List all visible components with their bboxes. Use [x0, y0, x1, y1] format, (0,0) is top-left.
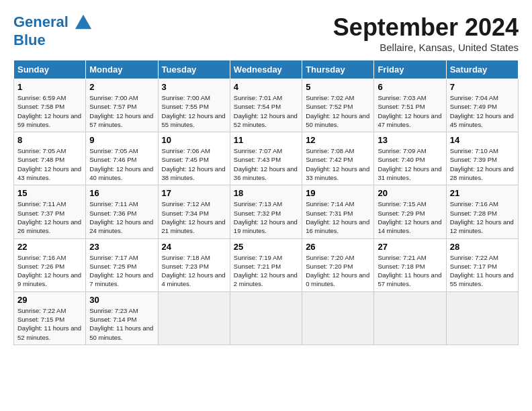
calendar-cell: [302, 291, 374, 345]
day-info: Sunrise: 7:00 AMSunset: 7:57 PMDaylight:…: [89, 93, 154, 129]
day-number: 19: [306, 188, 370, 198]
day-number: 20: [378, 188, 442, 198]
day-number: 14: [450, 135, 515, 145]
calendar-cell: 3 Sunrise: 7:00 AMSunset: 7:55 PMDayligh…: [158, 79, 230, 132]
day-info: Sunrise: 7:20 AMSunset: 7:20 PMDaylight:…: [306, 253, 370, 289]
day-info: Sunrise: 7:22 AMSunset: 7:17 PMDaylight:…: [450, 253, 515, 289]
day-number: 13: [378, 135, 442, 145]
location-title: Bellaire, Kansas, United States: [333, 42, 519, 53]
calendar-cell: 4 Sunrise: 7:01 AMSunset: 7:54 PMDayligh…: [230, 79, 302, 132]
day-number: 28: [450, 242, 515, 252]
calendar-week-row: 8 Sunrise: 7:05 AMSunset: 7:48 PMDayligh…: [14, 132, 519, 185]
day-info: Sunrise: 7:05 AMSunset: 7:48 PMDaylight:…: [17, 146, 82, 182]
logo: General Blue: [13, 13, 93, 48]
day-number: 29: [17, 295, 82, 305]
logo-text-2: Blue: [13, 32, 93, 48]
calendar-cell: [446, 291, 518, 345]
calendar-cell: 11 Sunrise: 7:07 AMSunset: 7:43 PMDaylig…: [230, 132, 302, 185]
calendar-cell: 8 Sunrise: 7:05 AMSunset: 7:48 PMDayligh…: [14, 132, 86, 185]
calendar-table: SundayMondayTuesdayWednesdayThursdayFrid…: [13, 60, 519, 345]
day-number: 17: [162, 188, 226, 198]
day-info: Sunrise: 7:11 AMSunset: 7:37 PMDaylight:…: [17, 199, 82, 235]
day-number: 16: [89, 188, 154, 198]
day-info: Sunrise: 6:59 AMSunset: 7:58 PMDaylight:…: [17, 93, 82, 129]
day-info: Sunrise: 7:23 AMSunset: 7:14 PMDaylight:…: [89, 306, 154, 342]
day-info: Sunrise: 7:01 AMSunset: 7:54 PMDaylight:…: [234, 93, 298, 129]
calendar-cell: 6 Sunrise: 7:03 AMSunset: 7:51 PMDayligh…: [374, 79, 446, 132]
calendar-cell: 16 Sunrise: 7:11 AMSunset: 7:36 PMDaylig…: [86, 185, 158, 238]
calendar-cell: 14 Sunrise: 7:10 AMSunset: 7:39 PMDaylig…: [446, 132, 518, 185]
calendar-cell: 7 Sunrise: 7:04 AMSunset: 7:49 PMDayligh…: [446, 79, 518, 132]
calendar-cell: 17 Sunrise: 7:12 AMSunset: 7:34 PMDaylig…: [158, 185, 230, 238]
day-number: 1: [17, 82, 82, 92]
day-info: Sunrise: 7:07 AMSunset: 7:43 PMDaylight:…: [234, 146, 298, 182]
day-number: 12: [306, 135, 370, 145]
day-info: Sunrise: 7:21 AMSunset: 7:18 PMDaylight:…: [378, 253, 442, 289]
calendar-cell: 29 Sunrise: 7:22 AMSunset: 7:15 PMDaylig…: [14, 291, 86, 345]
day-number: 5: [306, 82, 370, 92]
day-info: Sunrise: 7:02 AMSunset: 7:52 PMDaylight:…: [306, 93, 370, 129]
day-info: Sunrise: 7:15 AMSunset: 7:29 PMDaylight:…: [378, 199, 442, 235]
day-info: Sunrise: 7:09 AMSunset: 7:40 PMDaylight:…: [378, 146, 442, 182]
day-number: 9: [89, 135, 154, 145]
calendar-cell: 9 Sunrise: 7:05 AMSunset: 7:46 PMDayligh…: [86, 132, 158, 185]
calendar-cell: 20 Sunrise: 7:15 AMSunset: 7:29 PMDaylig…: [374, 185, 446, 238]
calendar-cell: 1 Sunrise: 6:59 AMSunset: 7:58 PMDayligh…: [14, 79, 86, 132]
calendar-cell: 21 Sunrise: 7:16 AMSunset: 7:28 PMDaylig…: [446, 185, 518, 238]
calendar-cell: 19 Sunrise: 7:14 AMSunset: 7:31 PMDaylig…: [302, 185, 374, 238]
day-number: 24: [162, 242, 226, 252]
calendar-cell: 15 Sunrise: 7:11 AMSunset: 7:37 PMDaylig…: [14, 185, 86, 238]
calendar-cell: 2 Sunrise: 7:00 AMSunset: 7:57 PMDayligh…: [86, 79, 158, 132]
calendar-week-row: 29 Sunrise: 7:22 AMSunset: 7:15 PMDaylig…: [14, 291, 519, 345]
month-title: September 2024: [333, 13, 519, 42]
day-number: 8: [17, 135, 82, 145]
day-info: Sunrise: 7:10 AMSunset: 7:39 PMDaylight:…: [450, 146, 515, 182]
day-info: Sunrise: 7:16 AMSunset: 7:28 PMDaylight:…: [450, 199, 515, 235]
day-header-friday: Friday: [374, 60, 446, 79]
day-number: 3: [162, 82, 226, 92]
calendar-cell: 27 Sunrise: 7:21 AMSunset: 7:18 PMDaylig…: [374, 238, 446, 291]
calendar-week-row: 15 Sunrise: 7:11 AMSunset: 7:37 PMDaylig…: [14, 185, 519, 238]
day-info: Sunrise: 7:22 AMSunset: 7:15 PMDaylight:…: [17, 306, 82, 342]
day-number: 21: [450, 188, 515, 198]
day-info: Sunrise: 7:18 AMSunset: 7:23 PMDaylight:…: [162, 253, 226, 289]
calendar-cell: 23 Sunrise: 7:17 AMSunset: 7:25 PMDaylig…: [86, 238, 158, 291]
day-number: 11: [234, 135, 298, 145]
day-number: 15: [17, 188, 82, 198]
day-header-tuesday: Tuesday: [158, 60, 230, 79]
day-info: Sunrise: 7:13 AMSunset: 7:32 PMDaylight:…: [234, 199, 298, 235]
day-number: 6: [378, 82, 442, 92]
calendar-cell: 10 Sunrise: 7:06 AMSunset: 7:45 PMDaylig…: [158, 132, 230, 185]
day-number: 25: [234, 242, 298, 252]
day-number: 10: [162, 135, 226, 145]
day-info: Sunrise: 7:00 AMSunset: 7:55 PMDaylight:…: [162, 93, 226, 129]
calendar-cell: 30 Sunrise: 7:23 AMSunset: 7:14 PMDaylig…: [86, 291, 158, 345]
day-number: 7: [450, 82, 515, 92]
day-info: Sunrise: 7:12 AMSunset: 7:34 PMDaylight:…: [162, 199, 226, 235]
day-number: 27: [378, 242, 442, 252]
calendar-cell: 24 Sunrise: 7:18 AMSunset: 7:23 PMDaylig…: [158, 238, 230, 291]
calendar-cell: 28 Sunrise: 7:22 AMSunset: 7:17 PMDaylig…: [446, 238, 518, 291]
day-info: Sunrise: 7:08 AMSunset: 7:42 PMDaylight:…: [306, 146, 370, 182]
day-number: 30: [89, 295, 154, 305]
day-info: Sunrise: 7:05 AMSunset: 7:46 PMDaylight:…: [89, 146, 154, 182]
calendar-cell: 18 Sunrise: 7:13 AMSunset: 7:32 PMDaylig…: [230, 185, 302, 238]
day-number: 22: [17, 242, 82, 252]
calendar-cell: [230, 291, 302, 345]
calendar-cell: [158, 291, 230, 345]
day-number: 26: [306, 242, 370, 252]
calendar-cell: 12 Sunrise: 7:08 AMSunset: 7:42 PMDaylig…: [302, 132, 374, 185]
calendar-week-row: 1 Sunrise: 6:59 AMSunset: 7:58 PMDayligh…: [14, 79, 519, 132]
calendar-cell: 5 Sunrise: 7:02 AMSunset: 7:52 PMDayligh…: [302, 79, 374, 132]
title-block: September 2024 Bellaire, Kansas, United …: [333, 13, 519, 53]
day-info: Sunrise: 7:19 AMSunset: 7:21 PMDaylight:…: [234, 253, 298, 289]
day-header-wednesday: Wednesday: [230, 60, 302, 79]
day-info: Sunrise: 7:06 AMSunset: 7:45 PMDaylight:…: [162, 146, 226, 182]
calendar-cell: [374, 291, 446, 345]
day-number: 4: [234, 82, 298, 92]
page-header: General Blue September 2024 Bellaire, Ka…: [13, 13, 519, 53]
day-info: Sunrise: 7:11 AMSunset: 7:36 PMDaylight:…: [89, 199, 154, 235]
calendar-cell: 25 Sunrise: 7:19 AMSunset: 7:21 PMDaylig…: [230, 238, 302, 291]
calendar-week-row: 22 Sunrise: 7:16 AMSunset: 7:26 PMDaylig…: [14, 238, 519, 291]
day-header-saturday: Saturday: [446, 60, 518, 79]
